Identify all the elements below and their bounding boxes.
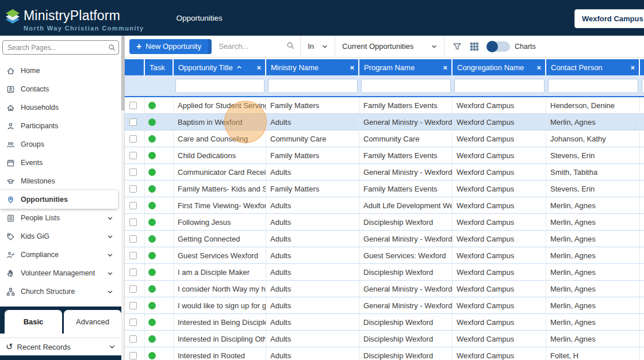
row-checkbox[interactable]: [129, 269, 137, 276]
sidebar-item-contacts[interactable]: Contacts: [0, 80, 121, 98]
filter-input-congregation-name[interactable]: [454, 79, 545, 93]
row-checkbox[interactable]: [129, 319, 137, 326]
row-checkbox[interactable]: [129, 352, 137, 359]
table-row[interactable]: Communicator Card ReceivAdultsGeneral Mi…: [125, 164, 644, 181]
filter-input-extra[interactable]: [642, 79, 644, 93]
table-row[interactable]: Child DedicationsFamily MattersFamily Ma…: [125, 147, 644, 164]
row-checkbox[interactable]: [129, 252, 137, 259]
sidebar-item-kids-gig[interactable]: Kids GiG: [0, 227, 121, 246]
checkbox-cell: [125, 331, 145, 347]
sidebar-item-home[interactable]: Home: [0, 62, 121, 80]
sidebar-item-people-lists[interactable]: People Lists: [0, 209, 121, 227]
sidebar-item-volunteer-management[interactable]: Volunteer Management: [0, 264, 121, 282]
cell-congregation-name: Wexford Campus: [453, 231, 546, 247]
tab-advanced[interactable]: Advanced: [64, 310, 121, 334]
row-checkbox[interactable]: [129, 102, 137, 109]
sidebar-item-milestones[interactable]: Milestones: [0, 172, 121, 190]
filter-input-ministry-name[interactable]: [268, 79, 358, 93]
recent-records-toggle[interactable]: ↺ Recent Records: [0, 338, 121, 355]
row-checkbox[interactable]: [129, 219, 137, 226]
row-checkbox[interactable]: [129, 118, 137, 126]
search-icon[interactable]: [286, 41, 294, 52]
remove-column-icon[interactable]: ×: [252, 63, 265, 72]
cell-congregation-name: Wexford Campus: [453, 347, 546, 360]
column-header-opportunity-title[interactable]: Opportunity Title×: [174, 59, 265, 75]
charts-toggle[interactable]: [487, 41, 510, 52]
search-scope-dropdown[interactable]: In: [301, 36, 335, 58]
table-row[interactable]: Following JesusAdultsDiscipleship Wexfor…: [125, 214, 644, 231]
column-header-select[interactable]: [125, 59, 144, 75]
table-row[interactable]: Interested in Being DiscipleAdultsDiscip…: [125, 314, 644, 331]
sidebar-item-opportunities[interactable]: Opportunities: [0, 190, 118, 209]
table-row[interactable]: I would like to sign up for grAdultsGene…: [125, 297, 644, 314]
app-root: MinistryPlatform North Way Christian Com…: [0, 0, 644, 360]
row-checkbox[interactable]: [129, 202, 137, 209]
column-header-congregation-name[interactable]: Congregation Name×: [453, 59, 545, 75]
table-row[interactable]: First Time Viewing- WexforAdultsAdult Li…: [125, 197, 644, 214]
sidebar-item-label: Volunteer Management: [21, 269, 95, 277]
row-checkbox[interactable]: [129, 185, 137, 193]
chevron-down-icon: [107, 270, 113, 277]
column-header-label: Congregation Name: [457, 63, 524, 72]
filter-input-opportunity-title[interactable]: [175, 79, 264, 93]
row-checkbox[interactable]: [129, 152, 137, 159]
column-header-program-name[interactable]: Program Name×: [359, 59, 451, 75]
column-header-contact-person[interactable]: Contact Person×: [546, 59, 639, 75]
row-checkbox[interactable]: [129, 235, 137, 243]
status-dot: [148, 202, 156, 209]
cell-opportunity-title: Baptism in Wexford: [174, 114, 266, 130]
table-row[interactable]: Care and CounselingCommunity CareCommuni…: [125, 131, 644, 147]
campus-selector-button[interactable]: Wexford Campus | W: [574, 9, 644, 28]
table-row[interactable]: Guest Services WexfordAdultsGuest Servic…: [125, 247, 644, 264]
nav-tab-opportunities[interactable]: Opportunities: [176, 14, 222, 22]
table-row[interactable]: I consider North Way my hoAdultsGeneral …: [125, 281, 644, 297]
filter-icon[interactable]: [453, 42, 462, 51]
table-row[interactable]: Interested in RootedAdultsDiscipleship W…: [125, 347, 644, 360]
view-dropdown[interactable]: Current Opportunities: [335, 36, 444, 58]
table-row[interactable]: Baptism in WexfordAdultsGeneral Ministry…: [125, 114, 644, 131]
ministryplatform-logo: [5, 9, 21, 27]
status-dot: [148, 302, 156, 309]
row-checkbox[interactable]: [129, 135, 137, 143]
column-header-select[interactable]: [640, 59, 644, 75]
table-row[interactable]: Applied for Student ServingFamily Matter…: [125, 97, 644, 114]
search-pages-input[interactable]: [2, 40, 119, 55]
chevron-down-icon: [322, 44, 328, 49]
row-checkbox[interactable]: [129, 285, 137, 293]
remove-column-icon[interactable]: ×: [532, 63, 545, 72]
grid-toolbar: + New Opportunity In Current Opportuniti…: [125, 36, 644, 58]
sidebar-item-groups[interactable]: Groups: [0, 135, 121, 154]
sidebar-item-households[interactable]: Households: [0, 98, 121, 117]
tab-basic[interactable]: Basic: [5, 310, 62, 334]
remove-column-icon[interactable]: ×: [439, 63, 451, 72]
row-checkbox[interactable]: [129, 168, 137, 176]
column-header-task[interactable]: Task: [145, 59, 172, 75]
table-search-input[interactable]: [218, 42, 283, 51]
remove-column-icon[interactable]: ×: [626, 63, 639, 72]
sidebar-item-events[interactable]: Events: [0, 154, 121, 172]
sidebar-item-participants[interactable]: Participants: [0, 117, 121, 135]
task-cell: [145, 231, 174, 247]
sidebar-item-compliance[interactable]: Compliance: [0, 246, 121, 264]
task-cell: [145, 197, 174, 213]
sidebar-item-label: Church Structure: [21, 288, 75, 296]
filter-cell: [145, 75, 174, 96]
table-row[interactable]: Family Matters- Kids and StFamily Matter…: [125, 181, 644, 197]
table-filter-row: [125, 75, 644, 97]
new-opportunity-button[interactable]: + New Opportunity: [129, 39, 212, 54]
row-checkbox[interactable]: [129, 302, 137, 309]
status-dot: [148, 118, 156, 126]
filter-input-program-name[interactable]: [361, 79, 451, 93]
filter-input-contact-person[interactable]: [548, 79, 638, 93]
checkbox-cell: [125, 181, 145, 197]
table-row[interactable]: Interested in Discipling OthAdultsDiscip…: [125, 331, 644, 347]
sidebar-item-church-structure[interactable]: Church Structure: [0, 282, 121, 301]
cell-ministry-name: Adults: [266, 347, 359, 360]
table-row[interactable]: I am a Disciple MakerAdultsDiscipleship …: [125, 264, 644, 281]
grid-view-icon[interactable]: [470, 42, 479, 51]
remove-column-icon[interactable]: ×: [346, 63, 358, 72]
table-row[interactable]: Getting ConnectedAdultsGeneral Ministry …: [125, 231, 644, 247]
row-checkbox[interactable]: [129, 335, 137, 343]
column-header-ministry-name[interactable]: Ministry Name×: [266, 59, 358, 75]
column-header-label: Opportunity Title: [178, 63, 233, 72]
